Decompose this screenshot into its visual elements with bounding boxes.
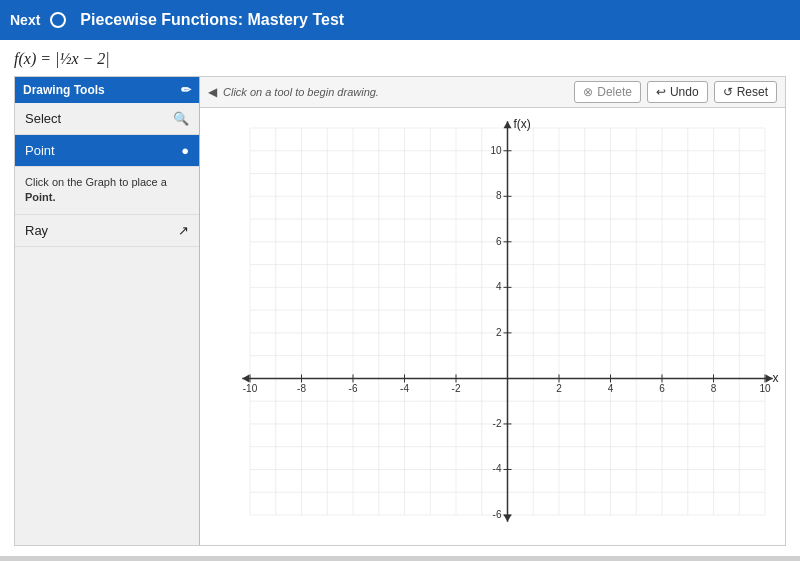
drawing-tools-label: Drawing Tools xyxy=(23,83,105,97)
undo-button[interactable]: ↩ Undo xyxy=(647,81,708,103)
next-icon xyxy=(50,12,66,28)
point-tool-label: Point xyxy=(25,143,55,158)
reset-icon: ↺ xyxy=(723,85,733,99)
delete-label: Delete xyxy=(597,85,632,99)
delete-icon: ⊗ xyxy=(583,85,593,99)
point-tool[interactable]: Point ● xyxy=(15,135,199,167)
page-title: Piecewise Functions: Mastery Test xyxy=(80,11,344,29)
ray-tool-icon: ↗ xyxy=(178,223,189,238)
graph-toolbar: ◀ Click on a tool to begin drawing. ⊗ De… xyxy=(200,77,785,108)
graph-canvas[interactable] xyxy=(200,108,785,545)
content-area: f(x) = |½x − 2| Drawing Tools ✏ Select 🔍… xyxy=(0,40,800,556)
point-tool-icon: ● xyxy=(181,143,189,158)
select-tool-icon: 🔍 xyxy=(173,111,189,126)
undo-icon: ↩ xyxy=(656,85,666,99)
next-button[interactable]: Next xyxy=(10,12,40,28)
drawing-tools-header: Drawing Tools ✏ xyxy=(15,77,199,103)
undo-label: Undo xyxy=(670,85,699,99)
ray-tool-label: Ray xyxy=(25,223,48,238)
graph-area[interactable] xyxy=(200,108,785,545)
pencil-icon: ✏ xyxy=(181,83,191,97)
tool-hint: Click on the Graph to place a Point. xyxy=(15,167,199,215)
reset-button[interactable]: ↺ Reset xyxy=(714,81,777,103)
select-tool-label: Select xyxy=(25,111,61,126)
ray-tool[interactable]: Ray ↗ xyxy=(15,215,199,247)
toolbar-hint: Click on a tool to begin drawing. xyxy=(223,86,568,98)
arrow-left-icon: ◀ xyxy=(208,85,217,99)
reset-label: Reset xyxy=(737,85,768,99)
main-panel: Drawing Tools ✏ Select 🔍 Point ● Click o… xyxy=(14,76,786,546)
top-bar: Next Piecewise Functions: Mastery Test xyxy=(0,0,800,40)
drawing-tools-panel: Drawing Tools ✏ Select 🔍 Point ● Click o… xyxy=(15,77,200,545)
formula-display: f(x) = |½x − 2| xyxy=(14,50,786,68)
right-panel: ◀ Click on a tool to begin drawing. ⊗ De… xyxy=(200,77,785,545)
select-tool[interactable]: Select 🔍 xyxy=(15,103,199,135)
delete-button[interactable]: ⊗ Delete xyxy=(574,81,641,103)
